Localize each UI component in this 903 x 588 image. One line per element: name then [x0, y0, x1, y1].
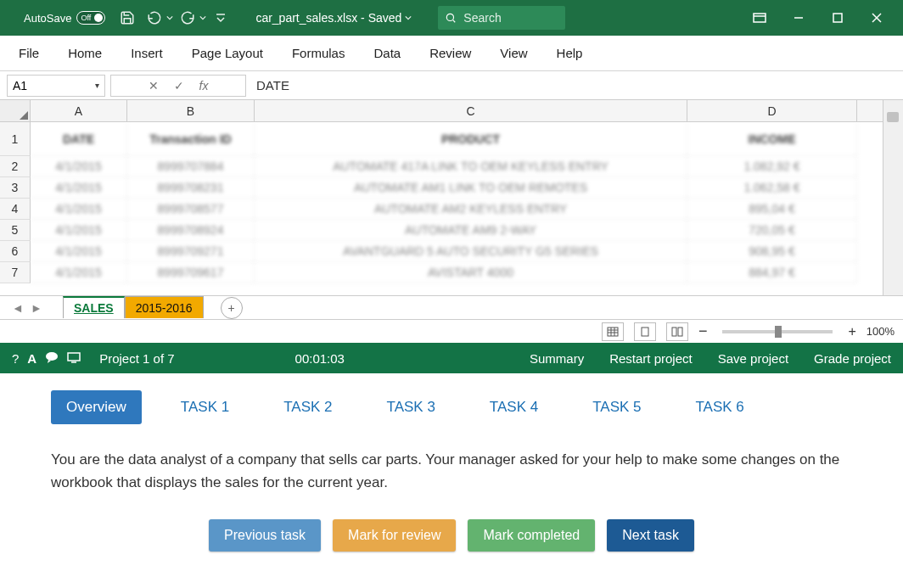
search-box[interactable]: Search: [438, 6, 565, 30]
save-project-link[interactable]: Save project: [718, 351, 788, 366]
page-layout-view-icon[interactable]: [634, 322, 656, 341]
vertical-scrollbar[interactable]: [883, 100, 903, 295]
zoom-level[interactable]: 100%: [867, 325, 895, 338]
maximize-icon[interactable]: [818, 0, 857, 36]
cell[interactable]: 908,95 €: [687, 241, 857, 262]
autosave-toggle[interactable]: AutoSave Off: [24, 11, 105, 25]
cell[interactable]: 4/1/2015: [31, 177, 127, 199]
cell[interactable]: Transaction ID: [127, 122, 255, 156]
new-sheet-icon[interactable]: +: [221, 297, 243, 319]
row-number[interactable]: 3: [0, 177, 31, 199]
task-tab-2[interactable]: TASK 2: [268, 390, 347, 424]
task-tab-3[interactable]: TASK 3: [372, 390, 451, 424]
zoom-out-button[interactable]: −: [698, 322, 708, 340]
ribbon-tab-pagelayout[interactable]: Page Layout: [182, 39, 273, 67]
cell[interactable]: 895,04 €: [687, 199, 857, 220]
row-number[interactable]: 1: [0, 122, 31, 156]
ribbon-tab-insert[interactable]: Insert: [121, 39, 173, 67]
sheet-tab-sales[interactable]: SALES: [63, 296, 125, 318]
zoom-in-button[interactable]: +: [848, 324, 855, 339]
task-tab-overview[interactable]: Overview: [51, 390, 142, 424]
chat-icon[interactable]: [45, 351, 59, 366]
cell[interactable]: 1.062,58 €: [687, 177, 857, 199]
row-number[interactable]: 4: [0, 199, 31, 220]
screen-icon[interactable]: [67, 351, 81, 366]
confirm-formula-icon[interactable]: ✓: [174, 79, 184, 92]
row-number[interactable]: 7: [0, 262, 31, 283]
cell[interactable]: 8999709617: [127, 262, 255, 283]
cell[interactable]: INCOME: [687, 122, 857, 156]
cell[interactable]: 4/1/2015: [31, 262, 127, 283]
close-icon[interactable]: [857, 0, 896, 36]
cell[interactable]: 8999707884: [127, 156, 255, 177]
cell[interactable]: 884,97 €: [687, 262, 857, 283]
task-tab-6[interactable]: TASK 6: [681, 390, 760, 424]
cell[interactable]: 8999708231: [127, 177, 255, 199]
grade-project-link[interactable]: Grade project: [814, 351, 891, 366]
ribbon-display-icon[interactable]: [740, 0, 779, 36]
row-number[interactable]: 2: [0, 156, 31, 177]
filename-dropdown-icon[interactable]: [405, 14, 412, 21]
cell[interactable]: DATE: [31, 122, 127, 156]
minimize-icon[interactable]: [779, 0, 818, 36]
task-tab-4[interactable]: TASK 4: [474, 390, 553, 424]
task-tab-5[interactable]: TASK 5: [577, 390, 656, 424]
task-tab-1[interactable]: TASK 1: [165, 390, 244, 424]
undo-icon[interactable]: [142, 5, 167, 31]
cell[interactable]: PRODUCT: [255, 122, 687, 156]
sheet-nav-next-icon[interactable]: ►: [27, 299, 46, 317]
scroll-thumb[interactable]: [887, 112, 899, 122]
page-break-view-icon[interactable]: [666, 322, 688, 341]
cancel-formula-icon[interactable]: ✕: [149, 79, 159, 92]
qat-overflow-icon[interactable]: [208, 5, 233, 31]
redo-icon[interactable]: [175, 5, 200, 31]
cell[interactable]: AVISTART 4000: [255, 262, 687, 283]
autosave-switch[interactable]: Off: [76, 11, 105, 25]
name-box[interactable]: A1 ▾: [7, 75, 105, 97]
column-header-a[interactable]: A: [31, 100, 127, 121]
cell[interactable]: 8999708924: [127, 220, 255, 241]
zoom-slider[interactable]: [722, 330, 833, 333]
column-header-b[interactable]: B: [127, 100, 255, 121]
row-number[interactable]: 6: [0, 241, 31, 262]
cell[interactable]: 4/1/2015: [31, 220, 127, 241]
next-task-button[interactable]: Next task: [607, 519, 694, 552]
cell[interactable]: 8999709271: [127, 241, 255, 262]
select-all-corner[interactable]: [0, 100, 31, 121]
column-header-c[interactable]: C: [255, 100, 687, 121]
cell[interactable]: 8999708577: [127, 199, 255, 220]
cell[interactable]: 1.082,92 €: [687, 156, 857, 177]
ribbon-tab-data[interactable]: Data: [363, 39, 411, 67]
ribbon-tab-formulas[interactable]: Formulas: [282, 39, 356, 67]
ribbon-tab-home[interactable]: Home: [58, 39, 112, 67]
summary-link[interactable]: Summary: [530, 351, 584, 366]
undo-dropdown-icon[interactable]: [166, 14, 173, 21]
mark-completed-button[interactable]: Mark completed: [468, 519, 595, 552]
cell[interactable]: AUTOMATE 417A LINK TO OEM KEYLESS ENTRY: [255, 156, 687, 177]
cell[interactable]: AVANTGUARD 5 AUTO SECURITY G5 SERIES: [255, 241, 687, 262]
cell[interactable]: 4/1/2015: [31, 199, 127, 220]
ribbon-tab-help[interactable]: Help: [547, 39, 593, 67]
chevron-down-icon[interactable]: ▾: [95, 81, 99, 90]
ribbon-tab-file[interactable]: File: [8, 39, 49, 67]
fx-icon[interactable]: fx: [199, 79, 209, 92]
cell[interactable]: AUTOMATE AM9 2-WAY: [255, 220, 687, 241]
restart-project-link[interactable]: Restart project: [609, 351, 693, 366]
cell[interactable]: 4/1/2015: [31, 156, 127, 177]
normal-view-icon[interactable]: [602, 322, 624, 341]
font-icon[interactable]: A: [27, 351, 36, 366]
sheet-nav-prev-icon[interactable]: ◄: [8, 299, 27, 317]
redo-dropdown-icon[interactable]: [199, 14, 206, 21]
ribbon-tab-view[interactable]: View: [490, 39, 537, 67]
column-header-d[interactable]: D: [687, 100, 857, 121]
row-number[interactable]: 5: [0, 220, 31, 241]
mark-for-review-button[interactable]: Mark for review: [333, 519, 456, 552]
previous-task-button[interactable]: Previous task: [209, 519, 321, 552]
formula-input[interactable]: DATE: [246, 78, 903, 92]
cell[interactable]: 4/1/2015: [31, 241, 127, 262]
cell[interactable]: 720,05 €: [687, 220, 857, 241]
save-icon[interactable]: [115, 5, 140, 31]
cell[interactable]: AUTOMATE AM2 KEYLESS ENTRY: [255, 199, 687, 220]
help-icon[interactable]: ?: [12, 351, 19, 366]
cell[interactable]: AUTOMATE AM1 LINK TO OEM REMOTES: [255, 177, 687, 199]
